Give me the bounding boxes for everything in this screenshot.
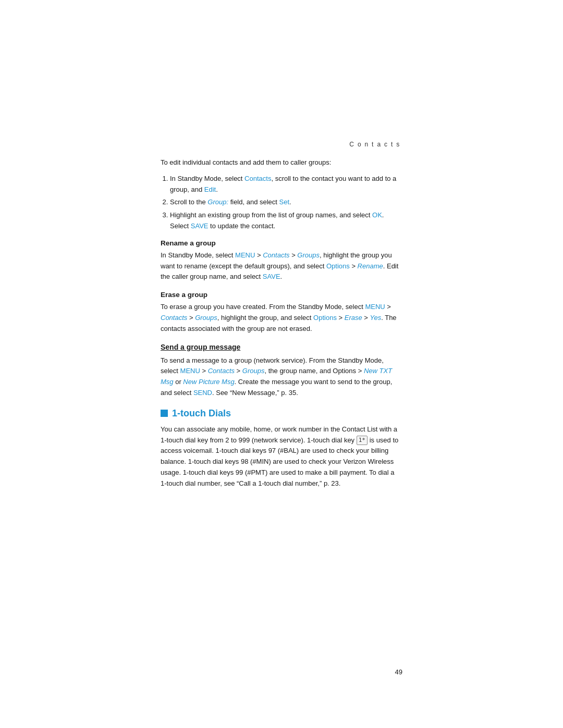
step-1: In Standby Mode, select Contacts, scroll…	[170, 174, 400, 195]
link-contacts-4[interactable]: Contacts	[208, 367, 235, 375]
one-touch-dials-heading-container: 1-touch Dials	[161, 408, 400, 419]
page-number: 49	[395, 668, 402, 676]
steps-list: In Standby Mode, select Contacts, scroll…	[170, 174, 400, 232]
link-groups-1[interactable]: Groups	[297, 251, 320, 259]
link-save-2[interactable]: SAVE	[263, 273, 280, 280]
link-send[interactable]: SEND	[193, 389, 212, 397]
section-label: C o n t a c t s	[349, 141, 400, 148]
erase-group-body: To erase a group you have created. From …	[161, 302, 400, 334]
blue-square-icon	[161, 410, 168, 417]
link-contacts-2[interactable]: Contacts	[263, 251, 289, 259]
link-group-field[interactable]: Group:	[207, 198, 228, 206]
link-options-2[interactable]: Options	[313, 314, 337, 322]
link-menu-2[interactable]: MENU	[365, 303, 385, 311]
rename-group-heading: Rename a group	[161, 239, 400, 247]
erase-group-heading: Erase a group	[161, 291, 400, 299]
link-new-picture-msg[interactable]: New Picture Msg	[183, 378, 234, 386]
link-menu-1[interactable]: MENU	[235, 251, 255, 259]
rename-group-body: In Standby Mode, select MENU > Contacts …	[161, 250, 400, 282]
page: C o n t a c t s To edit individual conta…	[0, 0, 563, 728]
link-ok[interactable]: OK	[372, 211, 382, 219]
link-erase[interactable]: Erase	[345, 314, 362, 322]
intro-text: To edit individual contacts and add them…	[161, 157, 400, 168]
page-header: C o n t a c t s	[161, 141, 400, 148]
send-group-message-section: Send a group message To send a message t…	[161, 343, 400, 399]
step-2: Scroll to the Group: field, and select S…	[170, 197, 400, 208]
link-groups-3[interactable]: Groups	[242, 367, 265, 375]
one-touch-dials-section: 1-touch Dials You can associate any mobi…	[161, 408, 400, 489]
link-groups-2[interactable]: Groups	[195, 314, 217, 322]
link-edit[interactable]: Edit	[204, 186, 216, 193]
link-menu-3[interactable]: MENU	[180, 367, 200, 375]
send-group-message-body: To send a message to a group (network se…	[161, 355, 400, 399]
link-yes[interactable]: Yes	[370, 314, 382, 322]
link-rename[interactable]: Rename	[358, 262, 383, 270]
link-save-1[interactable]: SAVE	[191, 222, 209, 230]
link-contacts-3[interactable]: Contacts	[161, 314, 187, 322]
erase-group-section: Erase a group To erase a group you have …	[161, 291, 400, 334]
rename-group-section: Rename a group In Standby Mode, select M…	[161, 239, 400, 282]
send-group-message-heading: Send a group message	[161, 343, 400, 351]
one-touch-dials-heading: 1-touch Dials	[172, 408, 231, 419]
one-touch-dials-body: You can associate any mobile, home, or w…	[161, 424, 400, 489]
link-contacts-1[interactable]: Contacts	[244, 175, 271, 182]
step-3: Highlight an existing group from the lis…	[170, 210, 400, 232]
voicemail-key: 1*	[357, 436, 368, 445]
link-set[interactable]: Set	[279, 198, 290, 206]
content-area: C o n t a c t s To edit individual conta…	[161, 141, 400, 498]
link-options-1[interactable]: Options	[326, 262, 350, 270]
